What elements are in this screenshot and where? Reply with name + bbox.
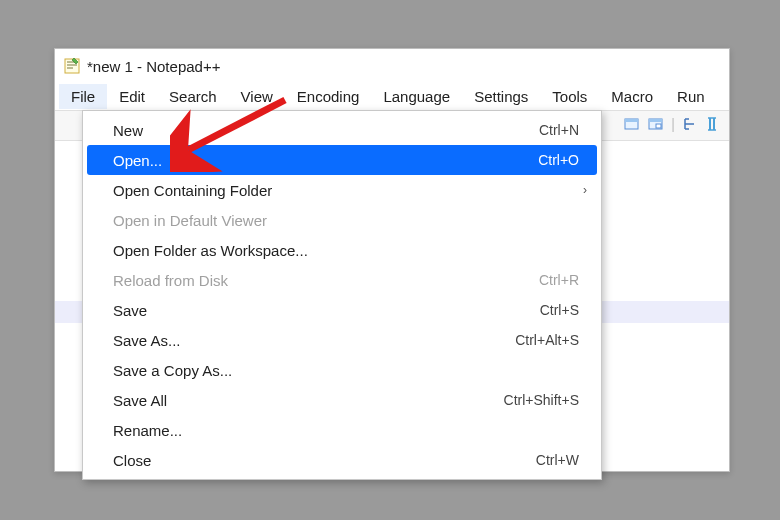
menu-tools[interactable]: Tools [540,84,599,109]
menubar: File Edit Search View Encoding Language … [55,83,729,111]
menu-item-save[interactable]: Save Ctrl+S [83,295,601,325]
toolbar-icon-4[interactable] [705,115,723,133]
svg-rect-5 [656,124,661,128]
svg-rect-4 [649,119,662,122]
svg-rect-2 [625,119,638,122]
app-icon [63,57,81,75]
menu-item-open-folder-workspace[interactable]: Open Folder as Workspace... [83,235,601,265]
toolbar-icon-1[interactable] [623,115,641,133]
menu-item-save-all[interactable]: Save All Ctrl+Shift+S [83,385,601,415]
menu-language[interactable]: Language [371,84,462,109]
file-menu-dropdown: New Ctrl+N Open... Ctrl+O Open Containin… [82,110,602,480]
menu-item-rename[interactable]: Rename... [83,415,601,445]
toolbar-icon-2[interactable] [647,115,665,133]
menu-item-reload-from-disk: Reload from Disk Ctrl+R [83,265,601,295]
menu-edit[interactable]: Edit [107,84,157,109]
chevron-right-icon: › [583,183,587,197]
menu-run[interactable]: Run [665,84,717,109]
toolbar-icon-3[interactable] [681,115,699,133]
menu-item-new[interactable]: New Ctrl+N [83,115,601,145]
menu-item-open[interactable]: Open... Ctrl+O [87,145,597,175]
menu-item-save-as[interactable]: Save As... Ctrl+Alt+S [83,325,601,355]
menu-settings[interactable]: Settings [462,84,540,109]
menu-item-save-copy-as[interactable]: Save a Copy As... [83,355,601,385]
menu-item-open-containing-folder[interactable]: Open Containing Folder › [83,175,601,205]
menu-search[interactable]: Search [157,84,229,109]
menu-item-open-default-viewer: Open in Default Viewer [83,205,601,235]
menu-macro[interactable]: Macro [599,84,665,109]
menu-encoding[interactable]: Encoding [285,84,372,109]
menu-item-close[interactable]: Close Ctrl+W [83,445,601,475]
titlebar: *new 1 - Notepad++ [55,49,729,83]
window-title: *new 1 - Notepad++ [87,58,220,75]
menu-view[interactable]: View [229,84,285,109]
menu-file[interactable]: File [59,84,107,109]
